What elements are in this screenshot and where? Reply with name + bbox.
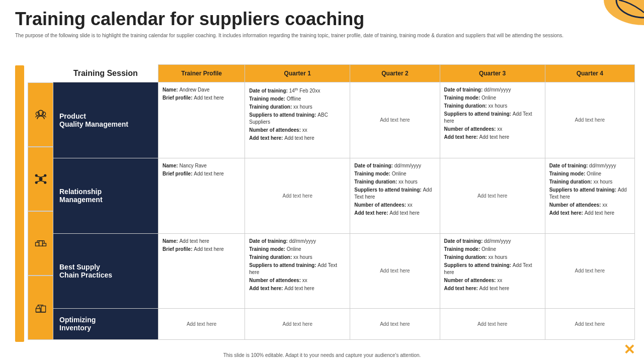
svg-point-4 <box>42 112 45 116</box>
date-line: Date of training: dd/mm/yyyy <box>249 238 346 245</box>
icons-wrapper <box>28 64 53 340</box>
table-row: Best SupplyChain Practices Name: Add tex… <box>53 233 635 308</box>
suppliers-line: Suppliers to attend training: Add Text h… <box>354 187 435 201</box>
q4-supply-chain: Add text here <box>545 233 634 308</box>
trainer-profile-line: Brief profile: Add text here <box>163 170 240 177</box>
table-body: ProductQuality Management Name: Andrew D… <box>53 82 635 340</box>
session-inventory: OptimizingInventory <box>53 308 158 339</box>
duration-line: Training duration: xx hours <box>249 254 346 261</box>
q4-product-quality: Add text here <box>545 82 634 158</box>
q1-inventory: Add text here <box>245 308 350 339</box>
duration-line: Training duration: xx hours <box>549 178 630 186</box>
trainer-name-line: Name: Andrew Dave <box>163 86 240 94</box>
trainer-product-quality: Name: Andrew Dave Brief profile: Add tex… <box>158 82 245 158</box>
trainer-name-line: Name: Add text here <box>163 238 240 245</box>
svg-rect-15 <box>39 241 42 246</box>
q3-inventory: Add text here <box>440 308 545 339</box>
top-right-decoration <box>589 0 644 28</box>
svg-rect-14 <box>35 242 39 246</box>
q3-supply-chain: Date of training: dd/mm/yyyy Training mo… <box>440 233 545 308</box>
supply-icon <box>34 236 48 250</box>
th-q1: Quarter 1 <box>245 65 350 82</box>
main-layout: Training Session Trainer Profile Quarter… <box>28 64 635 340</box>
duration-line: Training duration: xx hours <box>354 178 435 186</box>
date-line: Date of training: dd/mm/yyyy <box>444 238 541 245</box>
table-header: Training Session Trainer Profile Quarter… <box>53 65 635 82</box>
extra-line: Add text here: Add text here <box>249 135 346 142</box>
hands-icon <box>34 108 48 122</box>
page-title: Training calendar for suppliers coaching <box>15 9 629 29</box>
table-row: OptimizingInventory Add text here Add te… <box>53 308 635 339</box>
extra-line: Add text here: Add text here <box>549 210 630 217</box>
duration-line: Training duration: xx hours <box>249 104 346 111</box>
th-q4: Quarter 4 <box>545 65 634 82</box>
attendees-line: Number of attendees: xx <box>249 127 346 134</box>
attendees-line: Number of attendees: xx <box>249 277 346 284</box>
q1-relationship: Add text here <box>245 158 350 233</box>
date-line: Date of training: 14th Feb 20xx <box>249 86 346 95</box>
date-line: Date of training: dd/mm/yyyy <box>354 162 435 169</box>
extra-line: Add text here: Add text here <box>354 210 435 217</box>
suppliers-line: Suppliers to attend training: ABC Suppli… <box>249 112 346 126</box>
product-quality-icon-row <box>28 82 53 147</box>
trainer-profile-line: Brief profile: Add text here <box>163 246 240 253</box>
attendees-line: Number of attendees: xx <box>444 126 541 133</box>
inventory-icon <box>34 301 48 315</box>
attendees-line: Number of attendees: xx <box>444 277 541 284</box>
footer-text: This slide is 100% editable. Adapt it to… <box>223 352 421 358</box>
extra-line: Add text here: Add text here <box>249 285 346 292</box>
q2-product-quality: Add text here <box>350 82 440 158</box>
mode-line: Training mode: Offline <box>249 96 346 103</box>
th-q2: Quarter 2 <box>350 65 440 82</box>
session-header-label: Training Session <box>73 69 138 77</box>
session-relationship: RelationshipManagement <box>53 158 158 233</box>
mode-line: Training mode: Online <box>549 170 630 177</box>
content-area: Training Session Trainer Profile Quarter… <box>53 64 635 340</box>
svg-line-10 <box>37 176 41 177</box>
trainer-relationship: Name: Nancy Rave Brief profile: Add text… <box>158 158 245 233</box>
q2-inventory: Add text here <box>350 308 440 339</box>
icons-column <box>28 64 53 340</box>
duration-line: Training duration: xx hours <box>444 254 541 261</box>
supply-chain-icon-row <box>28 211 53 276</box>
session-label: ProductQuality Management <box>59 112 128 128</box>
trainer-inventory: Add text here <box>158 308 245 339</box>
outer-table: Training Session Trainer Profile Quarter… <box>28 64 635 340</box>
q4-relationship: Date of training: dd/mm/yyyy Training mo… <box>545 158 634 233</box>
date-line: Date of training: dd/mm/yyyy <box>444 86 541 94</box>
date-line: Date of training: dd/mm/yyyy <box>549 162 630 169</box>
duration-line: Training duration: xx hours <box>444 103 541 110</box>
q4-inventory: Add text here <box>545 308 634 339</box>
suppliers-line: Suppliers to attend training: Add Text h… <box>444 262 541 276</box>
attendees-line: Number of attendees: xx <box>354 202 435 209</box>
icon-header-spacer <box>28 64 53 82</box>
page-header: Training calendar for suppliers coaching… <box>0 0 644 42</box>
th-session: Training Session <box>53 65 158 82</box>
q1-product-quality: Date of training: 14th Feb 20xx Training… <box>245 82 350 158</box>
svg-line-13 <box>41 181 44 182</box>
network-icon <box>34 172 48 186</box>
trainer-supply-chain: Name: Add text here Brief profile: Add t… <box>158 233 245 308</box>
footer: This slide is 100% editable. Adapt it to… <box>0 352 644 358</box>
table-row: RelationshipManagement Name: Nancy Rave … <box>53 158 635 233</box>
mode-line: Training mode: Online <box>444 246 541 253</box>
mode-line: Training mode: Online <box>444 95 541 102</box>
suppliers-line: Suppliers to attend training: Add Text h… <box>549 187 630 201</box>
th-q3: Quarter 3 <box>440 65 545 82</box>
page-subtitle: The purpose of the following slide is to… <box>15 32 609 39</box>
session-label: RelationshipManagement <box>59 188 103 204</box>
suppliers-line: Suppliers to attend training: Add Text h… <box>249 262 346 276</box>
mode-line: Training mode: Online <box>354 170 435 177</box>
session-product-quality: ProductQuality Management <box>53 82 158 158</box>
q3-relationship: Add text here <box>440 158 545 233</box>
inventory-icon-row <box>28 276 53 340</box>
q2-supply-chain: Add text here <box>350 233 440 308</box>
q1-supply-chain: Date of training: dd/mm/yyyy Training mo… <box>245 233 350 308</box>
svg-line-12 <box>37 181 41 182</box>
th-trainer: Trainer Profile <box>158 65 245 82</box>
svg-line-11 <box>41 176 44 177</box>
session-supply-chain: Best SupplyChain Practices <box>53 233 158 308</box>
attendees-line: Number of attendees: xx <box>549 202 630 209</box>
svg-rect-22 <box>41 306 45 312</box>
close-icon[interactable]: ✕ <box>623 341 635 358</box>
